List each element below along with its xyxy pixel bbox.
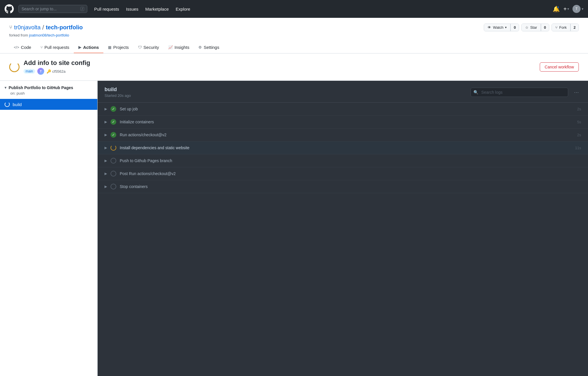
step-time: 5s <box>577 120 581 124</box>
notifications-button[interactable]: 🔔 <box>553 5 560 12</box>
step-name: Set up job <box>120 107 574 111</box>
commit-hash: 🔑 cf5562a <box>47 69 65 74</box>
repo-separator: / <box>42 24 44 31</box>
tab-security[interactable]: 🛡 Security <box>134 42 164 53</box>
repo-actions: 👁 Watch ▾ 0 ☆ Star 0 ⑂ Fork 2 <box>484 24 579 31</box>
repo-tabs: </> Code ⑂ Pull requests ▶ Actions ▦ Pro… <box>9 42 579 53</box>
repo-title-row: ⑂ tr0njavolta / tech-portfolio 👁 Watch ▾… <box>9 24 579 31</box>
star-btn-group: ☆ Star 0 <box>521 24 549 31</box>
workflow-info: Add info to site config main T 🔑 cf5562a <box>9 59 90 75</box>
code-icon: </> <box>14 45 19 49</box>
watch-btn-group: 👁 Watch ▾ 0 <box>484 24 519 31</box>
plus-icon: + <box>563 6 567 12</box>
sidebar: ▾ Publish Portfolio to GitHub Pages on: … <box>0 81 98 376</box>
star-button[interactable]: ☆ Star <box>522 24 541 31</box>
step-expand-chevron-icon: ▶ <box>105 120 107 124</box>
fork-source-link[interactable]: joatmon08/tech-portfolio <box>29 33 69 37</box>
avatar-chevron-icon: ▾ <box>582 7 583 11</box>
step-item[interactable]: ▶Stop containers <box>98 180 588 193</box>
step-item[interactable]: ▶✓Run actions/checkout@v22s <box>98 128 588 141</box>
sidebar-section-header[interactable]: ▾ Publish Portfolio to GitHub Pages <box>5 85 93 90</box>
sidebar-section-title: Publish Portfolio to GitHub Pages <box>9 85 73 90</box>
tab-actions[interactable]: ▶ Actions <box>74 42 103 53</box>
pending-circle-icon <box>111 171 116 177</box>
step-name: Post Run actions/checkout@v2 <box>120 171 581 176</box>
step-status-icon <box>111 158 116 164</box>
repo-owner-link[interactable]: tr0njavolta <box>14 24 40 31</box>
projects-icon: ▦ <box>108 45 111 49</box>
main-content: ▾ Publish Portfolio to GitHub Pages on: … <box>0 81 588 376</box>
github-logo[interactable] <box>5 4 14 14</box>
search-box[interactable]: Search or jump to... / <box>18 5 87 13</box>
tab-settings[interactable]: ⚙ Settings <box>194 42 224 53</box>
dropdown-chevron-icon: ▾ <box>567 7 569 11</box>
workflow-details: Add info to site config main T 🔑 cf5562a <box>24 59 90 75</box>
collapse-chevron-icon: ▾ <box>5 86 6 90</box>
step-status-icon: ✓ <box>111 132 116 138</box>
workflow-header: Add info to site config main T 🔑 cf5562a… <box>0 53 588 81</box>
nav-link-marketplace[interactable]: Marketplace <box>143 5 171 13</box>
step-item[interactable]: ▶✓Initialize containers5s <box>98 116 588 128</box>
tab-code[interactable]: </> Code <box>9 42 36 53</box>
create-new-button[interactable]: + ▾ <box>563 6 569 12</box>
forked-from: forked from joatmon08/tech-portfolio <box>9 33 579 37</box>
nav-link-explore[interactable]: Explore <box>173 5 193 13</box>
step-name: Run actions/checkout@v2 <box>120 133 574 137</box>
repo-icon: ⑂ <box>9 24 12 30</box>
job-spinner-icon <box>5 102 10 107</box>
check-circle-icon: ✓ <box>111 119 116 125</box>
fork-icon: ⑂ <box>555 25 558 30</box>
sidebar-section: ▾ Publish Portfolio to GitHub Pages on: … <box>0 85 97 95</box>
nav-link-pull-requests[interactable]: Pull requests <box>92 5 121 13</box>
step-expand-chevron-icon: ▶ <box>105 146 107 150</box>
top-nav-right: 🔔 + ▾ T ▾ <box>553 5 583 13</box>
check-circle-icon: ✓ <box>111 132 116 138</box>
step-item[interactable]: ▶Install dependencies and static website… <box>98 141 588 154</box>
build-title: build <box>105 87 131 93</box>
tab-projects[interactable]: ▦ Projects <box>103 42 133 53</box>
key-icon: 🔑 <box>47 69 51 74</box>
step-name: Initialize containers <box>120 120 574 124</box>
search-logs-wrapper: 🔍 <box>471 88 568 97</box>
fork-count: 2 <box>570 24 579 31</box>
workflow-spinner <box>9 62 20 72</box>
tab-insights[interactable]: 📈 Insights <box>164 42 194 53</box>
build-panel-header: build Started 20s ago 🔍 ··· <box>98 81 588 103</box>
step-name: Stop containers <box>120 184 581 189</box>
step-status-icon: ✓ <box>111 119 116 125</box>
eye-icon: 👁 <box>488 25 491 30</box>
sidebar-section-sub: on: push <box>5 91 93 95</box>
step-item[interactable]: ▶Post Run actions/checkout@v2 <box>98 167 588 180</box>
running-spinner-icon <box>111 145 116 151</box>
step-name: Install dependencies and static website <box>120 145 572 150</box>
tab-pull-requests[interactable]: ⑂ Pull requests <box>36 42 74 53</box>
step-status-icon <box>111 171 116 177</box>
step-expand-chevron-icon: ▶ <box>105 107 107 111</box>
watch-count: 0 <box>510 24 519 31</box>
step-expand-chevron-icon: ▶ <box>105 133 107 137</box>
step-list: ▶✓Set up job2s▶✓Initialize containers5s▶… <box>98 103 588 193</box>
cancel-workflow-button[interactable]: Cancel workflow <box>540 62 579 72</box>
user-avatar-button[interactable]: T ▾ <box>572 5 583 13</box>
step-item[interactable]: ▶Push to Github Pages branch <box>98 154 588 167</box>
star-icon: ☆ <box>525 25 529 30</box>
branch-badge: main <box>24 69 35 74</box>
search-icon: 🔍 <box>473 90 478 95</box>
repo-header: ⑂ tr0njavolta / tech-portfolio 👁 Watch ▾… <box>0 18 588 53</box>
top-nav-links: Pull requests Issues Marketplace Explore <box>92 5 193 13</box>
fork-button[interactable]: ⑂ Fork <box>552 24 570 31</box>
avatar: T <box>572 5 581 13</box>
watch-button[interactable]: 👁 Watch ▾ <box>484 24 510 31</box>
step-expand-chevron-icon: ▶ <box>105 159 107 163</box>
step-item[interactable]: ▶✓Set up job2s <box>98 103 588 116</box>
build-started: Started 20s ago <box>105 93 131 98</box>
notification-dot <box>557 6 559 8</box>
build-header-left: build Started 20s ago <box>105 87 131 98</box>
repo-name-link[interactable]: tech-portfolio <box>46 24 83 31</box>
sidebar-job-build[interactable]: build <box>0 99 97 110</box>
nav-link-issues[interactable]: Issues <box>124 5 141 13</box>
step-status-icon <box>111 145 116 151</box>
pending-circle-icon <box>111 184 116 189</box>
search-logs-input[interactable] <box>471 88 568 97</box>
more-options-button[interactable]: ··· <box>572 88 581 97</box>
